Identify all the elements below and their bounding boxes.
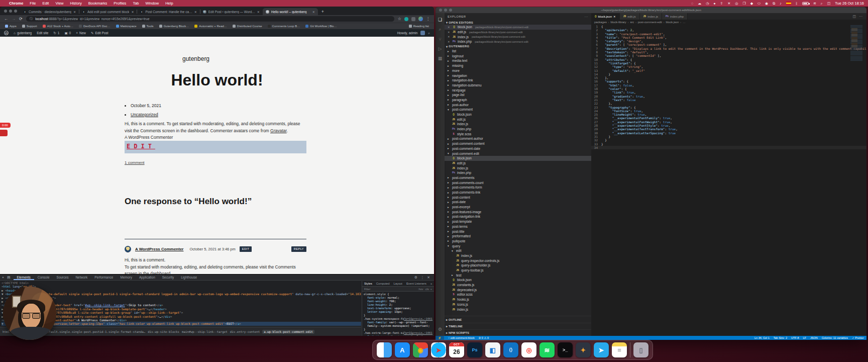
minimize-window-icon[interactable] — [9, 10, 12, 13]
css-source-link[interactable]: ?p=1&previe…:1661 — [404, 317, 432, 321]
tree-item-pullquote[interactable]: ▸pullquote — [445, 239, 591, 244]
tree-item-post-terms[interactable]: ▸post-terms — [445, 224, 591, 229]
admin-bar-site-name[interactable]: ⌂gutenberg — [14, 31, 32, 35]
play-icon[interactable]: ◉ — [765, 0, 768, 7]
editor-tab-index.js[interactable]: JSindex.js — [640, 13, 663, 20]
code-line[interactable]: 30 "__experimentalLetterSpacing": true — [591, 131, 866, 135]
tree-item-query[interactable]: ▾query — [445, 243, 591, 248]
code-line[interactable]: 19 "link": true, — [591, 90, 866, 94]
url-text[interactable]: localhost:8888/?p=1&preview_id=1&preview… — [35, 17, 149, 21]
code-line[interactable]: 33} — [591, 142, 866, 146]
dom-breadcrumb[interactable]: main#wp--skip-link--target — [182, 330, 228, 333]
bookmark-item[interactable]: Support — [22, 25, 37, 28]
battery-icon[interactable] — [802, 2, 809, 5]
css-rule-selector[interactable]: .has-extra-large-font-size {?p=1&previe…… — [364, 331, 432, 335]
code-line[interactable]: 11 "linkTarget": { — [591, 61, 866, 65]
bookmark-item[interactable]: Comments Loop B… — [268, 25, 300, 28]
explorer-tree[interactable]: ▸list▸loginout▸media-text▸missing▸more▸n… — [445, 49, 591, 312]
editor-tab-index.php[interactable]: Phindex.php — [662, 13, 688, 20]
back-icon[interactable]: ← — [4, 17, 8, 21]
tree-item-post-template[interactable]: ▸post-template — [445, 219, 591, 224]
copy-icon[interactable]: ⧉ — [773, 0, 775, 7]
css-property[interactable]: font-family: var(--wp--preset--font-fami… — [364, 321, 432, 328]
code-line[interactable]: 31 } — [591, 135, 866, 138]
breadcrumb-segment[interactable]: post-comment-edit — [638, 21, 662, 24]
code-line[interactable]: 4 "title": "Post Comment Edit Link", — [591, 36, 866, 39]
menu-tab[interactable]: Tab — [133, 1, 139, 6]
devtools-tab-lighthouse[interactable]: Lighthouse — [177, 275, 200, 280]
gravatar-link[interactable]: Gravatar — [270, 128, 287, 133]
status-item[interactable]: Ln 34, Col 1 — [754, 336, 770, 339]
dom-tree-node[interactable]: ▶ <head>…</head> — [2, 289, 361, 292]
dom-tree-node[interactable]: ▼ <a style="text-transform:uppercase;let… — [2, 322, 361, 325]
bookmark-item[interactable]: Tools — [142, 25, 154, 28]
code-line[interactable]: 29 "__experimentalTextTransform": true, — [591, 127, 866, 131]
tree-item-index.js[interactable]: JSindex.js — [445, 253, 591, 258]
zoom-window-icon[interactable] — [449, 9, 452, 12]
tree-item-edit[interactable]: ▾edit — [445, 248, 591, 253]
breadcrumb-segment[interactable]: src — [630, 21, 634, 24]
admin-avatar[interactable] — [420, 31, 425, 35]
tree-item-navigation-submenu[interactable]: ▸navigation-submenu — [445, 83, 591, 88]
devtools-tab-network[interactable]: Network — [72, 275, 91, 280]
code-line[interactable]: 7 "description": "Displays a link to edi… — [591, 47, 866, 50]
dom-breadcrumb[interactable]: div.entry-content — [230, 330, 260, 333]
devtools-tab-sources[interactable]: Sources — [53, 275, 72, 280]
devtools-tab-memory[interactable]: Memory — [117, 275, 135, 280]
tree-item-post-comment-date[interactable]: ▸post-comment-date — [445, 146, 591, 151]
status-item[interactable]: UTF-8 — [791, 336, 799, 339]
tree-item-block.json[interactable]: {}block.json — [445, 278, 591, 283]
bookmark-item[interactable]: Git Workflow | Blo… — [305, 25, 337, 28]
admin-search-icon[interactable]: ⌕ — [428, 31, 430, 35]
breadcrumb-segment[interactable]: packages — [594, 21, 607, 24]
reload-icon[interactable]: ⟳ — [19, 17, 23, 21]
comments-count-link[interactable]: 1 comment — [125, 160, 145, 165]
keyboard-flag-es-icon[interactable] — [786, 2, 791, 5]
tree-item-missing[interactable]: ▸missing — [445, 63, 591, 68]
menu-history[interactable]: History — [70, 1, 82, 6]
browser-tab[interactable]: WEdit Post ‹ gutenberg — Word…✕ — [200, 8, 263, 15]
open-editor-item[interactable]: ✕Phindex.phppackages/block-library/src/p… — [445, 39, 591, 44]
menu-view[interactable]: View — [55, 1, 63, 6]
styles-tab-»[interactable]: » — [428, 282, 434, 285]
site-title[interactable]: gutenberg — [182, 55, 209, 62]
devtools-tab-console[interactable]: Console — [34, 275, 53, 280]
iterm-icon[interactable]: >_ — [558, 342, 573, 357]
tree-item-editor.scss[interactable]: Seditor.scss — [445, 292, 591, 297]
status-item[interactable]: Colorize: 11 variables — [822, 336, 848, 339]
tree-item-edit.js[interactable]: JSedit.js — [445, 117, 591, 122]
close-editor-icon[interactable]: ✕ — [448, 31, 451, 34]
tree-item-constants.js[interactable]: JSconstants.js — [445, 283, 591, 288]
tree-item-index.js[interactable]: JSindex.js — [445, 165, 591, 170]
tree-item-post-comments-count[interactable]: ▸post-comments-count — [445, 180, 591, 185]
styles-tab-event-listeners[interactable]: Event Listeners — [404, 282, 428, 285]
open-editor-item[interactable]: ✕JSindex.jspackages/block-library/src/po… — [445, 34, 591, 39]
tree-item-query-toolbar.js[interactable]: JSquery-toolbar.js — [445, 268, 591, 273]
status-item[interactable]: JSON — [810, 336, 818, 339]
close-editor-icon[interactable]: ✕ — [448, 26, 451, 29]
extensions-icon[interactable]: ▦ — [438, 56, 443, 61]
dom-breadcrumb[interactable]: a.wp-block-post-comment-edit — [262, 330, 314, 334]
search-icon[interactable]: ⌕ — [439, 27, 441, 32]
bookmark-star-icon[interactable]: ☆ — [398, 17, 401, 21]
admin-bar-updates[interactable]: ↻1 — [53, 31, 59, 35]
tree-item-edit.js[interactable]: JSedit.js — [445, 161, 591, 166]
code-line[interactable]: 24 "fontSize": true, — [591, 109, 866, 113]
devtools-kebab-icon[interactable]: ⋮ — [420, 276, 424, 280]
screen-recorder-icon[interactable]: ◎ — [521, 342, 536, 357]
dom-tree-node[interactable]: ▶ <div class="nojq">…</div> — [2, 300, 361, 303]
tree-item-navigation[interactable]: ▸navigation — [445, 73, 591, 78]
code-line[interactable]: 23 "typography": { — [591, 106, 866, 109]
record-icon[interactable]: ◎ — [735, 0, 738, 7]
notes-icon[interactable]: ≡ — [612, 342, 627, 357]
tree-item-post-comment[interactable]: ▾post-comment — [445, 107, 591, 112]
dom-tree-node[interactable]: <!DOCTYPE html> — [2, 281, 361, 285]
code-line[interactable]: 15 }, — [591, 76, 866, 79]
comment-author-link[interactable]: A WordPress Commenter — [135, 247, 183, 251]
code-line[interactable]: 21 "text": false — [591, 98, 866, 102]
tree-item-post-date[interactable]: ▸post-date — [445, 200, 591, 205]
filter-toggle[interactable]: :hov — [418, 288, 423, 291]
devtools-tab-security[interactable]: Security — [159, 275, 177, 280]
tree-item-deprecated.js[interactable]: JSdeprecated.js — [445, 287, 591, 292]
workspace-section[interactable]: ▾GUTENBERG — [445, 44, 591, 49]
